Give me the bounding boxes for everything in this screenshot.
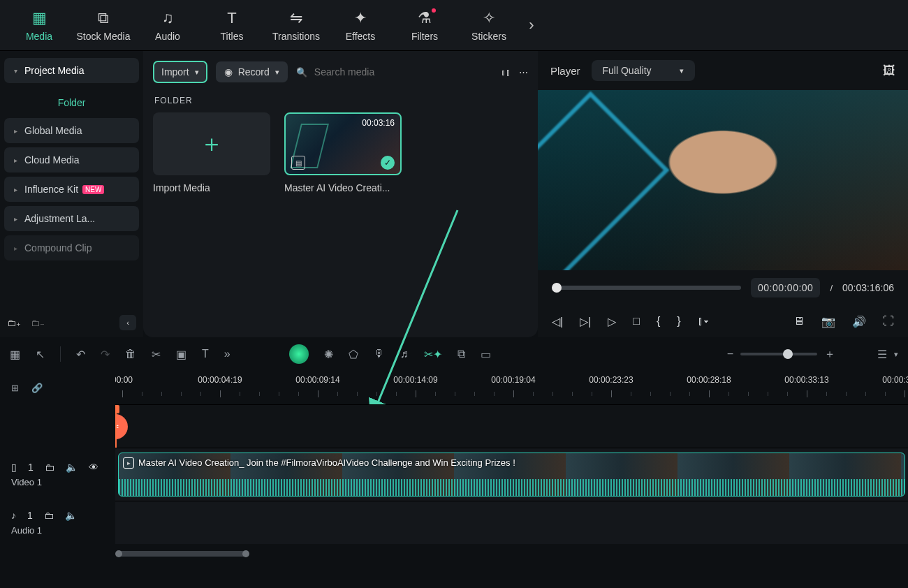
sidebar-item-project-media[interactable]: ▾ Project Media xyxy=(4,58,139,83)
link-icon[interactable]: 🔗 xyxy=(31,383,43,393)
sidebar-item-compound-clip[interactable]: ▸ Compound Clip xyxy=(4,235,139,260)
scrub-knob[interactable] xyxy=(552,283,562,293)
zoom-slider[interactable] xyxy=(740,353,817,355)
stop-icon[interactable]: □ xyxy=(633,315,640,328)
check-icon: ✓ xyxy=(381,156,395,170)
mute-icon[interactable]: 🔈 xyxy=(65,510,77,521)
mark-out-icon[interactable]: } xyxy=(677,315,680,328)
track-index: 1 xyxy=(27,510,33,521)
tab-transitions[interactable]: ⇋ Transitions xyxy=(264,0,328,51)
tab-titles[interactable]: T Titles xyxy=(200,0,264,51)
snapshot-icon[interactable]: 🖼 xyxy=(883,64,895,78)
search-icon: 🔍 xyxy=(296,67,307,78)
delete-icon[interactable]: 🗑 xyxy=(125,348,136,360)
tab-media[interactable]: ▦ Media xyxy=(7,0,71,51)
prev-frame-icon[interactable]: ◁| xyxy=(552,315,563,328)
play-next-icon[interactable]: ▷| xyxy=(580,315,591,328)
fullscreen-icon[interactable]: ⛶ xyxy=(883,315,894,328)
sidebar-label: Global Media xyxy=(24,125,82,136)
tab-label: Titles xyxy=(221,31,244,42)
sidebar-item-influence-kit[interactable]: ▸ Influence Kit NEW xyxy=(4,177,139,202)
select-value: Full Quality xyxy=(603,65,652,76)
ruler-label: 00:00:04:19 xyxy=(198,375,242,385)
mark-in-icon[interactable]: { xyxy=(657,315,660,328)
search-input[interactable] xyxy=(314,66,419,78)
voice-icon[interactable]: 🎙 xyxy=(374,348,385,360)
button-label: Import xyxy=(161,66,189,78)
video-track[interactable]: ▸ Master AI Video Creation_ Join the #Fi… xyxy=(115,448,908,501)
more-tools-icon[interactable]: » xyxy=(224,348,230,360)
import-button[interactable]: Import ▾ xyxy=(153,61,207,83)
time-ruler[interactable]: 00:0000:00:04:1900:00:09:1400:00:14:0900… xyxy=(115,371,908,404)
tabs-scroll-right[interactable]: › xyxy=(521,16,542,34)
filter-icon: ⚗ xyxy=(418,8,432,28)
visibility-icon[interactable]: 👁 xyxy=(89,462,98,473)
auto-cut-icon[interactable]: ✂✦ xyxy=(424,348,442,361)
music-note-icon: ♫ xyxy=(162,8,174,28)
cut-icon[interactable]: ✂ xyxy=(152,348,161,361)
video-thumbnail: 00:03:16 ▤ ✓ xyxy=(284,112,402,175)
track-gap[interactable]: ✂ xyxy=(115,404,908,448)
filter-icon[interactable]: ⫾⫿ xyxy=(501,67,511,78)
new-folder-icon[interactable]: 🗀₊ xyxy=(7,318,21,328)
media-browser: Import ▾ ◉ Record ▾ 🔍 ⫾⫿ ⋯ FOLDER ＋ Impo… xyxy=(143,51,538,337)
folder-icon[interactable]: 🗀 xyxy=(44,510,54,521)
remove-folder-icon[interactable]: 🗀₋ xyxy=(31,318,45,328)
ruler-label: 00:00:19:04 xyxy=(491,375,535,385)
video-track-head[interactable]: ▯ 1 🗀 🔈 👁 Video 1 xyxy=(0,448,115,501)
playhead[interactable] xyxy=(115,405,117,448)
quality-select[interactable]: Full Quality ▾ xyxy=(592,60,695,81)
crop-icon[interactable]: ▣ xyxy=(176,348,186,361)
collapse-sidebar-icon[interactable]: ‹ xyxy=(119,315,136,330)
text-tool-icon[interactable]: T xyxy=(202,348,209,360)
redo-icon[interactable]: ↷ xyxy=(101,348,110,361)
sidebar-item-global-media[interactable]: ▸ Global Media xyxy=(4,118,139,143)
zoom-knob[interactable] xyxy=(783,349,793,359)
undo-icon[interactable]: ↶ xyxy=(76,348,85,361)
tab-audio[interactable]: ♫ Audio xyxy=(136,0,200,51)
list-view-icon[interactable]: ☰ xyxy=(877,348,887,361)
track-name: Video 1 xyxy=(11,477,104,487)
video-clip[interactable]: ▸ Master AI Video Creation_ Join the #Fi… xyxy=(118,453,905,497)
display-icon[interactable]: 🖥 xyxy=(793,315,805,328)
notification-dot xyxy=(432,8,436,13)
pointer-icon[interactable]: ↖ xyxy=(36,348,45,361)
sidebar-item-cloud-media[interactable]: ▸ Cloud Media xyxy=(4,147,139,172)
mute-icon[interactable]: 🔈 xyxy=(66,462,78,473)
view-options-icon[interactable]: ▾ xyxy=(894,350,898,359)
add-track-icon[interactable]: ⊞ xyxy=(11,383,19,393)
ai-assistant-icon[interactable] xyxy=(289,344,309,364)
record-screen-icon[interactable]: ⧉ xyxy=(457,348,465,360)
media-clip-card[interactable]: 00:03:16 ▤ ✓ Master AI Video Creati... xyxy=(284,112,402,193)
tab-effects[interactable]: ✦ Effects xyxy=(328,0,393,51)
more-icon[interactable]: ⋯ xyxy=(519,67,528,78)
enhance-icon[interactable]: ✺ xyxy=(324,348,333,361)
ratio-icon[interactable]: ⫿▾ xyxy=(698,315,709,328)
zoom-in-icon[interactable]: ＋ xyxy=(824,347,835,362)
sidebar-item-adjustment-layer[interactable]: ▸ Adjustment La... xyxy=(4,206,139,231)
card-caption: Import Media xyxy=(153,182,270,193)
cut-bubble-icon[interactable]: ✂ xyxy=(115,414,128,439)
tab-stickers[interactable]: ✧ Stickers xyxy=(457,0,521,51)
timeline-scrollbar[interactable] xyxy=(0,544,908,554)
volume-icon[interactable]: 🔊 xyxy=(852,315,866,328)
sidebar-folder-label[interactable]: Folder xyxy=(4,87,139,118)
camera-icon[interactable]: 📷 xyxy=(821,315,835,328)
time-separator: / xyxy=(830,283,833,293)
audio-track-head[interactable]: ♪ 1 🗀 🔈 Audio 1 xyxy=(0,501,115,544)
tab-filters[interactable]: ⚗ Filters xyxy=(393,0,457,51)
caption-icon[interactable]: ▭ xyxy=(481,348,491,361)
marker-icon[interactable]: ⬠ xyxy=(349,348,358,361)
play-icon[interactable]: ▷ xyxy=(608,315,616,328)
music-tool-icon[interactable]: ♬ xyxy=(400,348,409,360)
import-media-card[interactable]: ＋ Import Media xyxy=(153,112,270,193)
scrub-bar[interactable] xyxy=(552,286,741,290)
tab-stock-media[interactable]: ⧉ Stock Media xyxy=(71,0,136,51)
record-button[interactable]: ◉ Record ▾ xyxy=(216,61,288,82)
layout-icon[interactable]: ▦ xyxy=(10,348,20,361)
video-preview[interactable] xyxy=(538,90,908,270)
folder-icon[interactable]: 🗀 xyxy=(45,462,54,473)
zoom-out-icon[interactable]: − xyxy=(727,348,733,360)
audio-track[interactable] xyxy=(115,501,908,544)
scrollbar-thumb[interactable] xyxy=(117,551,248,557)
